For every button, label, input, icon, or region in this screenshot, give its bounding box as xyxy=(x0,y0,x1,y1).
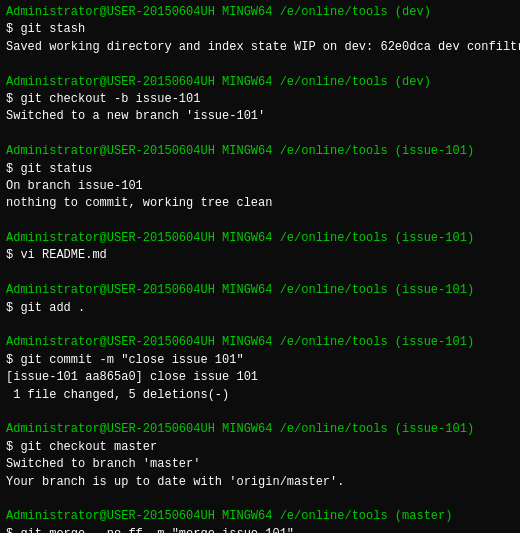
terminal-line-29: Administrator@USER-20150604UH MINGW64 /e… xyxy=(6,508,514,525)
terminal-window: Administrator@USER-20150604UH MINGW64 /e… xyxy=(0,0,520,533)
terminal-line-21: [issue-101 aa865a0] close issue 101 xyxy=(6,369,514,386)
terminal-line-17: $ git add . xyxy=(6,300,514,317)
terminal-line-25: $ git checkout master xyxy=(6,439,514,456)
terminal-line-22: 1 file changed, 5 deletions(-) xyxy=(6,387,514,404)
terminal-line-7 xyxy=(6,126,514,143)
terminal-line-0: Administrator@USER-20150604UH MINGW64 /e… xyxy=(6,4,514,21)
terminal-line-3 xyxy=(6,56,514,73)
terminal-line-4: Administrator@USER-20150604UH MINGW64 /e… xyxy=(6,74,514,91)
terminal-line-23 xyxy=(6,404,514,421)
terminal-line-24: Administrator@USER-20150604UH MINGW64 /e… xyxy=(6,421,514,438)
terminal-line-26: Switched to branch 'master' xyxy=(6,456,514,473)
terminal-line-16: Administrator@USER-20150604UH MINGW64 /e… xyxy=(6,282,514,299)
terminal-line-2: Saved working directory and index state … xyxy=(6,39,514,56)
terminal-line-13: Administrator@USER-20150604UH MINGW64 /e… xyxy=(6,230,514,247)
terminal-line-6: Switched to a new branch 'issue-101' xyxy=(6,108,514,125)
terminal-line-9: $ git status xyxy=(6,161,514,178)
terminal-line-28 xyxy=(6,491,514,508)
terminal-line-10: On branch issue-101 xyxy=(6,178,514,195)
terminal-line-15 xyxy=(6,265,514,282)
terminal-line-18 xyxy=(6,317,514,334)
terminal-line-5: $ git checkout -b issue-101 xyxy=(6,91,514,108)
terminal-line-11: nothing to commit, working tree clean xyxy=(6,195,514,212)
terminal-line-19: Administrator@USER-20150604UH MINGW64 /e… xyxy=(6,334,514,351)
terminal-line-30: $ git merge --no-ff -m "merge issue 101" xyxy=(6,526,514,533)
terminal-line-8: Administrator@USER-20150604UH MINGW64 /e… xyxy=(6,143,514,160)
terminal-line-1: $ git stash xyxy=(6,21,514,38)
terminal-content: Administrator@USER-20150604UH MINGW64 /e… xyxy=(6,4,514,533)
terminal-line-12 xyxy=(6,213,514,230)
terminal-line-20: $ git commit -m "close issue 101" xyxy=(6,352,514,369)
terminal-line-14: $ vi README.md xyxy=(6,247,514,264)
terminal-line-27: Your branch is up to date with 'origin/m… xyxy=(6,474,514,491)
